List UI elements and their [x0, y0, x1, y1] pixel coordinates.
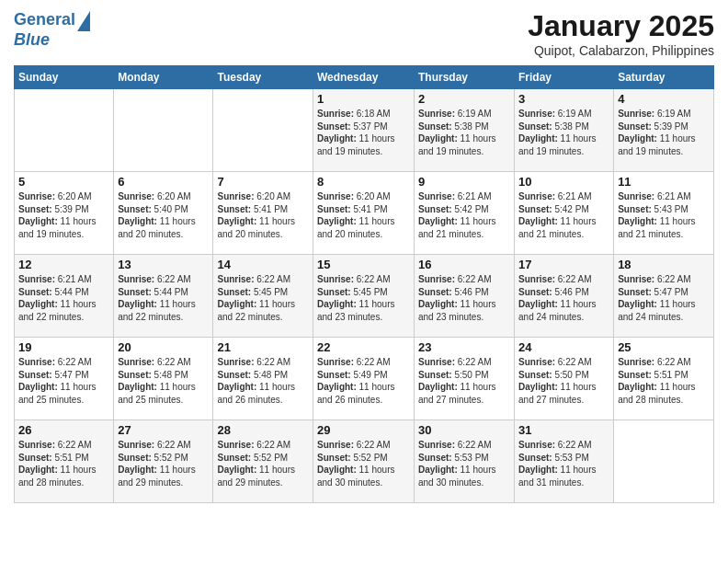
day-info: Sunrise: 6:22 AMSunset: 5:52 PMDaylight:…: [217, 439, 309, 488]
page: General Blue January 2025 Quipot, Calaba…: [0, 0, 728, 563]
calendar-cell: 21Sunrise: 6:22 AMSunset: 5:48 PMDayligh…: [213, 338, 313, 420]
day-number: 21: [217, 340, 309, 354]
day-number: 27: [118, 423, 209, 437]
day-info: Sunrise: 6:20 AMSunset: 5:40 PMDaylight:…: [118, 190, 209, 240]
day-info: Sunrise: 6:22 AMSunset: 5:51 PMDaylight:…: [618, 356, 710, 406]
calendar-cell: 31Sunrise: 6:22 AMSunset: 5:53 PMDayligh…: [515, 420, 614, 503]
day-info: Sunrise: 6:21 AMSunset: 5:42 PMDaylight:…: [518, 190, 609, 240]
day-info: Sunrise: 6:22 AMSunset: 5:50 PMDaylight:…: [518, 356, 609, 406]
day-number: 5: [18, 175, 109, 189]
day-number: 13: [118, 258, 209, 271]
day-number: 7: [217, 175, 309, 189]
day-info: Sunrise: 6:22 AMSunset: 5:45 PMDaylight:…: [317, 273, 410, 323]
day-info: Sunrise: 6:21 AMSunset: 5:43 PMDaylight:…: [618, 190, 710, 240]
day-info: Sunrise: 6:19 AMSunset: 5:38 PMDaylight:…: [518, 108, 609, 157]
col-sunday: Sunday: [15, 66, 114, 89]
logo-triangle-icon: [77, 11, 90, 31]
header-row: Sunday Monday Tuesday Wednesday Thursday…: [15, 66, 714, 89]
day-info: Sunrise: 6:22 AMSunset: 5:53 PMDaylight:…: [418, 439, 510, 488]
day-number: 4: [618, 92, 710, 106]
calendar-body: 1Sunrise: 6:18 AMSunset: 5:37 PMDaylight…: [15, 89, 714, 503]
calendar-cell: 23Sunrise: 6:22 AMSunset: 5:50 PMDayligh…: [415, 338, 515, 420]
calendar-cell: [15, 89, 114, 172]
day-number: 9: [418, 175, 510, 189]
day-info: Sunrise: 6:22 AMSunset: 5:51 PMDaylight:…: [18, 439, 109, 488]
calendar-cell: 4Sunrise: 6:19 AMSunset: 5:39 PMDaylight…: [614, 89, 714, 172]
calendar-cell: 12Sunrise: 6:21 AMSunset: 5:44 PMDayligh…: [15, 255, 114, 338]
day-info: Sunrise: 6:22 AMSunset: 5:45 PMDaylight:…: [217, 273, 309, 323]
col-thursday: Thursday: [415, 66, 515, 89]
day-info: Sunrise: 6:22 AMSunset: 5:47 PMDaylight:…: [618, 273, 710, 323]
day-number: 20: [118, 340, 209, 354]
day-number: 10: [518, 175, 609, 189]
calendar-week-4: 19Sunrise: 6:22 AMSunset: 5:47 PMDayligh…: [15, 338, 714, 420]
logo: General Blue: [14, 9, 90, 50]
day-info: Sunrise: 6:20 AMSunset: 5:41 PMDaylight:…: [217, 190, 309, 240]
title-block: January 2025 Quipot, Calabarzon, Philipp…: [528, 9, 714, 58]
day-number: 2: [418, 92, 510, 106]
calendar-cell: 22Sunrise: 6:22 AMSunset: 5:49 PMDayligh…: [313, 338, 415, 420]
calendar-week-3: 12Sunrise: 6:21 AMSunset: 5:44 PMDayligh…: [15, 255, 714, 338]
day-info: Sunrise: 6:18 AMSunset: 5:37 PMDaylight:…: [317, 108, 410, 157]
day-info: Sunrise: 6:21 AMSunset: 5:42 PMDaylight:…: [418, 190, 510, 240]
day-info: Sunrise: 6:22 AMSunset: 5:47 PMDaylight:…: [18, 356, 109, 406]
calendar-cell: 5Sunrise: 6:20 AMSunset: 5:39 PMDaylight…: [15, 172, 114, 255]
logo-text-blue: Blue: [14, 31, 50, 50]
calendar-cell: 7Sunrise: 6:20 AMSunset: 5:41 PMDaylight…: [213, 172, 313, 255]
day-info: Sunrise: 6:21 AMSunset: 5:44 PMDaylight:…: [18, 273, 109, 323]
day-info: Sunrise: 6:22 AMSunset: 5:46 PMDaylight:…: [418, 273, 510, 323]
day-number: 16: [418, 258, 510, 271]
col-monday: Monday: [114, 66, 213, 89]
calendar-cell: 8Sunrise: 6:20 AMSunset: 5:41 PMDaylight…: [313, 172, 415, 255]
calendar-week-2: 5Sunrise: 6:20 AMSunset: 5:39 PMDaylight…: [15, 172, 714, 255]
day-number: 12: [18, 258, 109, 271]
day-info: Sunrise: 6:22 AMSunset: 5:52 PMDaylight:…: [317, 439, 410, 488]
day-info: Sunrise: 6:19 AMSunset: 5:38 PMDaylight:…: [418, 108, 510, 157]
calendar-cell: 24Sunrise: 6:22 AMSunset: 5:50 PMDayligh…: [515, 338, 614, 420]
day-number: 23: [418, 340, 510, 354]
day-number: 6: [118, 175, 209, 189]
calendar-cell: 6Sunrise: 6:20 AMSunset: 5:40 PMDaylight…: [114, 172, 213, 255]
calendar-cell: 29Sunrise: 6:22 AMSunset: 5:52 PMDayligh…: [313, 420, 415, 503]
calendar-cell: 10Sunrise: 6:21 AMSunset: 5:42 PMDayligh…: [515, 172, 614, 255]
day-number: 30: [418, 423, 510, 437]
day-info: Sunrise: 6:22 AMSunset: 5:48 PMDaylight:…: [118, 356, 209, 406]
calendar-cell: 26Sunrise: 6:22 AMSunset: 5:51 PMDayligh…: [15, 420, 114, 503]
calendar-cell: 11Sunrise: 6:21 AMSunset: 5:43 PMDayligh…: [614, 172, 714, 255]
header: General Blue January 2025 Quipot, Calaba…: [14, 9, 714, 58]
col-saturday: Saturday: [614, 66, 714, 89]
calendar-cell: 13Sunrise: 6:22 AMSunset: 5:44 PMDayligh…: [114, 255, 213, 338]
day-number: 18: [618, 258, 710, 271]
calendar-subtitle: Quipot, Calabarzon, Philippines: [528, 43, 714, 58]
day-number: 25: [618, 340, 710, 354]
calendar-cell: 1Sunrise: 6:18 AMSunset: 5:37 PMDaylight…: [313, 89, 415, 172]
calendar-header: Sunday Monday Tuesday Wednesday Thursday…: [15, 66, 714, 89]
day-number: 14: [217, 258, 309, 271]
calendar-table: Sunday Monday Tuesday Wednesday Thursday…: [14, 65, 714, 503]
day-info: Sunrise: 6:22 AMSunset: 5:53 PMDaylight:…: [518, 439, 609, 488]
col-tuesday: Tuesday: [213, 66, 313, 89]
day-number: 3: [518, 92, 609, 106]
col-friday: Friday: [515, 66, 614, 89]
day-number: 28: [217, 423, 309, 437]
calendar-week-5: 26Sunrise: 6:22 AMSunset: 5:51 PMDayligh…: [15, 420, 714, 503]
day-info: Sunrise: 6:20 AMSunset: 5:39 PMDaylight:…: [18, 190, 109, 240]
day-info: Sunrise: 6:22 AMSunset: 5:50 PMDaylight:…: [418, 356, 510, 406]
calendar-cell: 2Sunrise: 6:19 AMSunset: 5:38 PMDaylight…: [415, 89, 515, 172]
day-number: 1: [317, 92, 410, 106]
calendar-cell: 18Sunrise: 6:22 AMSunset: 5:47 PMDayligh…: [614, 255, 714, 338]
day-info: Sunrise: 6:22 AMSunset: 5:52 PMDaylight:…: [118, 439, 209, 488]
day-info: Sunrise: 6:22 AMSunset: 5:44 PMDaylight:…: [118, 273, 209, 323]
col-wednesday: Wednesday: [313, 66, 415, 89]
day-info: Sunrise: 6:22 AMSunset: 5:49 PMDaylight:…: [317, 356, 410, 406]
calendar-cell: 28Sunrise: 6:22 AMSunset: 5:52 PMDayligh…: [213, 420, 313, 503]
calendar-week-1: 1Sunrise: 6:18 AMSunset: 5:37 PMDaylight…: [15, 89, 714, 172]
day-number: 11: [618, 175, 710, 189]
calendar-cell: 19Sunrise: 6:22 AMSunset: 5:47 PMDayligh…: [15, 338, 114, 420]
day-number: 19: [18, 340, 109, 354]
calendar-cell: [213, 89, 313, 172]
calendar-cell: 9Sunrise: 6:21 AMSunset: 5:42 PMDaylight…: [415, 172, 515, 255]
day-number: 26: [18, 423, 109, 437]
calendar-cell: 25Sunrise: 6:22 AMSunset: 5:51 PMDayligh…: [614, 338, 714, 420]
logo-text-general: General: [14, 11, 75, 29]
